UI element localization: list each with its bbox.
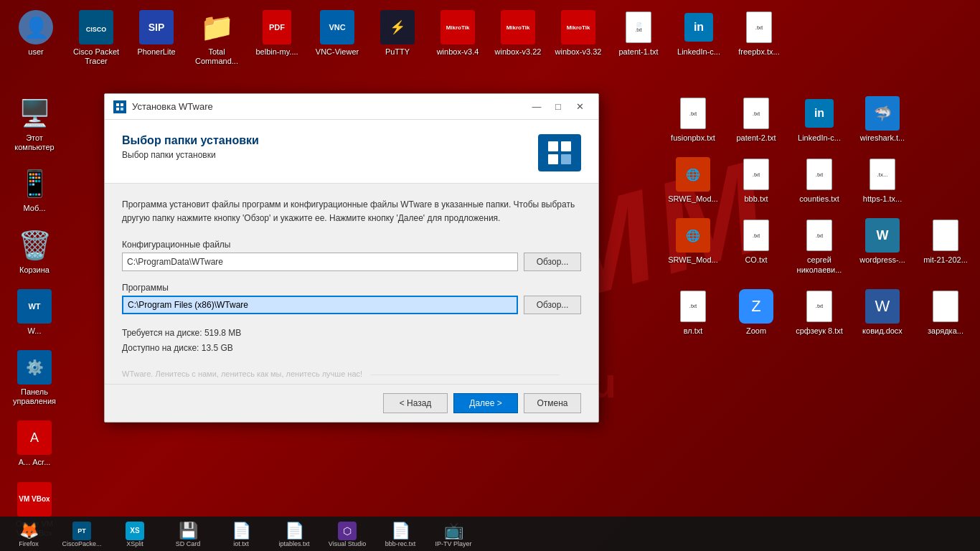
icon-freepbx[interactable]: .txt freepbx.tx... xyxy=(730,6,788,70)
wtware-slogan: WTware. Ленитесь с нами, ленитесь как мы… xyxy=(122,369,362,378)
icon-patent2[interactable]: .txt patent-2.txt xyxy=(727,92,785,147)
icon-user[interactable]: 👤 user xyxy=(7,6,65,70)
cancel-button[interactable]: Отмена xyxy=(524,393,581,413)
dialog-title-left: Установка WTware xyxy=(113,100,213,113)
vs-taskbar-icon: ⬡ xyxy=(338,521,357,541)
dialog-title-text: Установка WTware xyxy=(132,101,213,112)
svg-rect-6 xyxy=(121,108,123,110)
disk-info: Требуется на диске: 519.8 MB Доступно на… xyxy=(122,326,581,355)
icon-control-panel[interactable]: ⚙️ Панель управления xyxy=(6,346,63,410)
svg-rect-9 xyxy=(561,141,571,151)
dialog-minimize-button[interactable]: — xyxy=(527,98,547,116)
dialog-maximize-button[interactable]: □ xyxy=(548,98,568,116)
dialog-window-controls: — □ ✕ xyxy=(527,98,590,116)
left-icons-column: 🖥️ Этот компьютер 📱 Моб... 🗑️ Корзина WT… xyxy=(0,86,69,551)
svg-rect-5 xyxy=(116,108,119,110)
icon-recycle-bin[interactable]: 🗑️ Корзина xyxy=(6,224,63,279)
svg-rect-10 xyxy=(548,154,558,164)
installer-dialog: Установка WTware — □ ✕ Выбор папки устан… xyxy=(104,93,599,423)
dialog-header-icon xyxy=(538,134,581,171)
icon-vl[interactable]: .txt вл.txt xyxy=(664,285,722,340)
dialog-footer-watermark: WTware. Ленитесь с нами, ленитесь как мы… xyxy=(105,369,598,385)
icon-linkedin[interactable]: in LinkedIn-c... xyxy=(670,6,727,70)
icon-winbox-v322[interactable]: MikroTik winbox-v3.22 xyxy=(489,6,547,70)
icon-wtware[interactable]: WT W... xyxy=(6,285,63,340)
svg-text:CISCO: CISCO xyxy=(86,26,107,33)
disk-available-text: Доступно на диске: 13.5 GB xyxy=(122,341,581,355)
programs-group: Программы Обзор... xyxy=(122,283,581,314)
programs-path-input[interactable] xyxy=(122,296,518,314)
taskbar: 🦊 Firefox PT CiscoPacke... XS XSplit 💾 S… xyxy=(0,517,980,551)
dialog-header-subtitle: Выбор папки установки xyxy=(122,150,259,160)
firefox-taskbar-icon: 🦊 xyxy=(19,521,39,541)
icon-mobile[interactable]: 📱 Моб... xyxy=(6,162,63,217)
desktop: DICOMM www.dicomm.ru 👤 user CISCO Cisco … xyxy=(0,0,980,551)
icon-fusionpbx[interactable]: .txt fusionpbx.txt xyxy=(664,92,722,147)
icon-patent1[interactable]: 📄 .txt patent-1.txt xyxy=(610,6,667,70)
programs-label: Программы xyxy=(122,283,581,293)
taskbar-firefox[interactable]: 🦊 Firefox xyxy=(3,519,55,549)
icon-zaryadka[interactable]: зарядка... xyxy=(917,285,974,340)
xsplit-taskbar-icon: XS xyxy=(126,521,144,541)
dialog-header-text: Выбор папки установки Выбор папки устано… xyxy=(122,134,259,160)
icon-kovid[interactable]: W ковид.docx xyxy=(854,285,911,340)
icon-total-commander[interactable]: 📁 Total Command... xyxy=(188,6,245,70)
icon-linkedin2[interactable]: in LinkedIn-c... xyxy=(791,92,848,147)
svg-rect-3 xyxy=(116,103,119,106)
icon-co[interactable]: .txt CO.txt xyxy=(727,214,785,278)
disk-required-text: Требуется на диске: 519.8 MB xyxy=(122,326,581,340)
icon-sergei[interactable]: .txt сергей николаеви... xyxy=(791,214,848,278)
icon-belbin[interactable]: PDF belbin-my.... xyxy=(248,6,306,70)
config-files-label: Конфигурационные файлы xyxy=(122,240,581,250)
svg-rect-11 xyxy=(561,154,571,164)
icon-srwe-mod2[interactable]: 🌐 SRWE_Mod... xyxy=(664,214,722,278)
taskbar-vs[interactable]: ⬡ Visual Studio xyxy=(321,519,373,549)
icon-vnc-viewer[interactable]: VNC VNC-Viewer xyxy=(308,6,366,70)
config-path-input[interactable] xyxy=(122,253,518,271)
config-browse-button[interactable]: Обзор... xyxy=(524,253,581,271)
taskbar-xsplit[interactable]: XS XSplit xyxy=(109,519,161,549)
iptables-taskbar-icon: 📄 xyxy=(285,521,304,541)
config-files-row: Обзор... xyxy=(122,253,581,271)
programs-browse-button[interactable]: Обзор... xyxy=(524,296,581,314)
icon-bbb[interactable]: .txt bbb.txt xyxy=(727,153,785,208)
icon-mit[interactable]: mit-21-202... xyxy=(917,214,974,278)
icon-wordpress[interactable]: W wordpress-... xyxy=(854,214,911,278)
programs-row: Обзор... xyxy=(122,296,581,314)
icon-this-computer[interactable]: 🖥️ Этот компьютер xyxy=(6,92,63,156)
dialog-buttons: < Назад Далее > Отмена xyxy=(105,385,598,422)
taskbar-iot[interactable]: 📄 iot.txt xyxy=(215,519,267,549)
bbb-rec-taskbar-icon: 📄 xyxy=(391,521,410,541)
sdcard-taskbar-icon: 💾 xyxy=(179,521,198,541)
icon-acrobat[interactable]: A А... Acr... xyxy=(6,416,63,471)
svg-rect-8 xyxy=(548,141,558,151)
dialog-title-icon xyxy=(113,100,126,113)
icon-srwe-mod1[interactable]: 🌐 SRWE_Mod... xyxy=(664,153,722,208)
taskbar-cisco[interactable]: PT CiscoPacke... xyxy=(56,519,108,549)
icon-wireshark[interactable]: 🦈 wireshark.t... xyxy=(854,92,911,147)
icon-winbox-v332[interactable]: MikroTik winbox-v3.32 xyxy=(550,6,607,70)
taskbar-iptv[interactable]: 📺 IP-TV Player xyxy=(428,519,479,549)
iptv-taskbar-icon: 📺 xyxy=(444,521,463,541)
taskbar-iptables[interactable]: 📄 iptables.txt xyxy=(268,519,320,549)
icon-putty[interactable]: ⚡ PuTTY xyxy=(369,6,426,70)
iot-taskbar-icon: 📄 xyxy=(232,521,251,541)
dialog-titlebar: Установка WTware — □ ✕ xyxy=(105,94,598,120)
config-files-group: Конфигурационные файлы Обзор... xyxy=(122,240,581,271)
icon-cisco-packet-tracer[interactable]: CISCO Cisco Packet Tracer xyxy=(67,6,125,70)
dialog-close-button[interactable]: ✕ xyxy=(570,98,590,116)
next-button[interactable]: Далее > xyxy=(453,393,518,413)
back-button[interactable]: < Назад xyxy=(383,393,448,413)
dialog-description: Программа установит файлы программ и кон… xyxy=(122,198,581,225)
icon-srfzeuk[interactable]: .txt срфзеук 8.txt xyxy=(791,285,848,340)
icon-counties[interactable]: .txt counties.txt xyxy=(791,153,848,208)
icon-winbox-v34[interactable]: MikroTik winbox-v3.4 xyxy=(429,6,486,70)
top-icons-row: 👤 user CISCO Cisco Packet Tracer SIP Pho… xyxy=(0,0,980,76)
taskbar-bbb-rec[interactable]: 📄 bbb-rec.txt xyxy=(374,519,426,549)
dialog-header: Выбор папки установки Выбор папки устано… xyxy=(105,120,598,184)
taskbar-sdcard[interactable]: 💾 SD Card xyxy=(162,519,214,549)
icon-zoom[interactable]: Z Zoom xyxy=(727,285,785,340)
icon-https1[interactable]: .tx... https-1.tx... xyxy=(854,153,911,208)
icon-phonerlite[interactable]: SIP PhonerLite xyxy=(128,6,185,70)
right-icons-grid: .txt fusionpbx.txt .txt patent-2.txt in … xyxy=(659,86,980,346)
